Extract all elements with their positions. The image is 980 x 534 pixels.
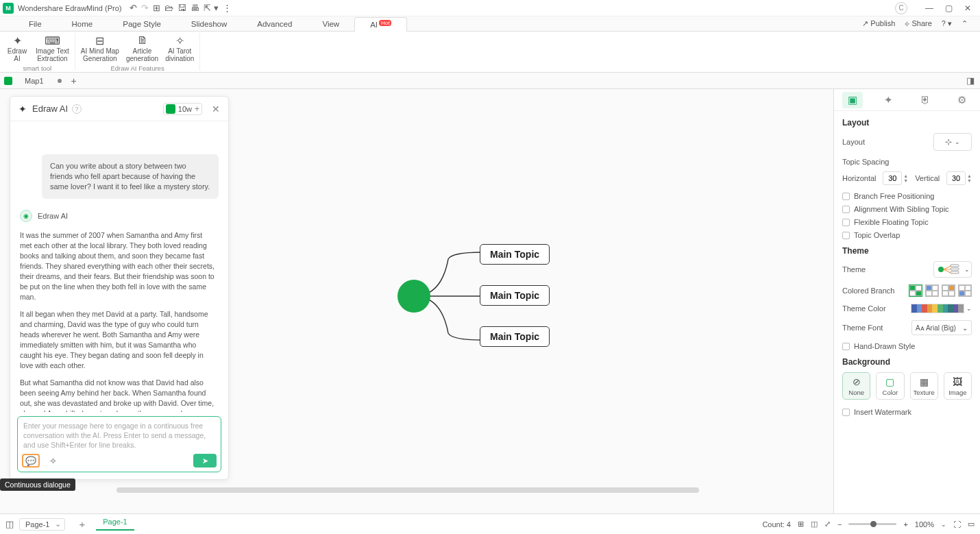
unsaved-dot-icon: [58, 79, 62, 83]
article-generation-button[interactable]: 🗎Articlegeneration: [123, 33, 161, 64]
export-icon[interactable]: ⇱ ▾: [204, 3, 219, 13]
format-sidebar: ▣ ✦ ⛨ ⚙ Layout Layout ⊹ ⌄ Topic Spacing …: [833, 89, 980, 513]
ribbon-group-smart-tool: ✦EdrawAI ⌨Image TextExtraction smart too…: [0, 33, 75, 71]
close-panel-button[interactable]: ✕: [212, 104, 220, 114]
flexible-floating-checkbox[interactable]: Flexible Floating Topic: [842, 218, 972, 226]
topic-overlap-checkbox[interactable]: Topic Overlap: [842, 231, 972, 239]
add-page-button[interactable]: +: [79, 518, 85, 530]
tarot-icon: ✧: [175, 34, 184, 47]
menu-slideshow[interactable]: Slideshow: [176, 16, 242, 31]
help-icon[interactable]: ?: [72, 104, 82, 114]
background-options: ⊘None ▢Color ▦Texture 🖼Image: [842, 372, 972, 400]
save-icon[interactable]: 🖫: [177, 3, 186, 13]
theme-label: Theme: [842, 265, 866, 274]
ai-paragraph: It all began when they met David at a pa…: [20, 309, 216, 371]
doc-icon: [4, 77, 12, 85]
colored-branch-options[interactable]: [909, 284, 972, 297]
main-topic-3[interactable]: Main Topic: [480, 326, 550, 347]
main-topic-1[interactable]: Main Topic: [480, 244, 550, 265]
page-selector[interactable]: Page-1: [19, 518, 65, 531]
outline-toggle-icon[interactable]: ◫: [5, 519, 14, 529]
continuous-dialogue-button[interactable]: 💬: [22, 454, 40, 468]
menu-home[interactable]: Home: [57, 16, 108, 31]
theme-select[interactable]: ⌄: [933, 261, 972, 278]
page-tab[interactable]: Page-1: [96, 518, 134, 531]
new-doc-button[interactable]: +: [71, 75, 77, 86]
undo-icon[interactable]: ↶: [130, 3, 137, 13]
doc-tab-map1[interactable]: Map1: [15, 77, 53, 85]
group-label: smart tool: [23, 64, 52, 72]
add-tokens-button[interactable]: +: [195, 104, 199, 114]
canvas[interactable]: Main Topic Main Topic Main Topic: [233, 89, 833, 513]
redo-icon[interactable]: ↷: [141, 3, 149, 13]
image-text-icon: ⌨: [45, 34, 60, 47]
theme-font-label: Theme Font: [842, 324, 883, 332]
tab-tag-icon[interactable]: ⛨: [915, 92, 935, 108]
bg-image-button[interactable]: 🖼Image: [944, 372, 972, 400]
layout-select[interactable]: ⊹ ⌄: [933, 133, 972, 151]
fit-page-icon[interactable]: ◫: [811, 520, 818, 529]
fit-width-icon[interactable]: ⤢: [824, 520, 831, 529]
share-button[interactable]: ⟡ Share: [905, 19, 931, 28]
hand-drawn-checkbox[interactable]: Hand-Drawn Style: [842, 342, 972, 350]
bg-color-button[interactable]: ▢Color: [876, 372, 904, 400]
publish-button[interactable]: ↗ Publish: [862, 19, 895, 28]
close-window-button[interactable]: ✕: [958, 3, 977, 13]
alignment-sibling-checkbox[interactable]: Alignment With Sibling Topic: [842, 205, 972, 213]
horizontal-spacing-input[interactable]: ▲▼: [883, 171, 908, 185]
quick-access-toolbar: ↶ ↷ ⊞ 🗁 🖫 🖶 ⇱ ▾ ⋮: [130, 3, 232, 13]
zoom-in-button[interactable]: +: [903, 520, 907, 529]
app-logo-icon: M: [3, 3, 14, 14]
bg-none-button[interactable]: ⊘None: [842, 372, 870, 400]
ai-panel-header: ✦ Edraw AI ? 10w + ✕: [10, 97, 228, 121]
branch-free-checkbox[interactable]: Branch Free Positioning: [842, 192, 972, 200]
user-avatar[interactable]: C: [895, 2, 907, 14]
new-icon[interactable]: ⊞: [153, 3, 160, 13]
count-label: Count: 4: [762, 520, 791, 529]
menu-ai[interactable]: AIHot: [354, 17, 407, 32]
open-icon[interactable]: 🗁: [164, 3, 173, 13]
image-text-extraction-button[interactable]: ⌨Image TextExtraction: [33, 33, 72, 64]
theme-color-label: Theme Color: [842, 304, 886, 313]
print-icon[interactable]: 🖶: [191, 3, 199, 13]
help-icon[interactable]: ? ▾: [942, 19, 952, 28]
user-message: Can you write about a story between two …: [42, 154, 219, 199]
zoom-dropdown-icon[interactable]: ⌄: [941, 521, 946, 528]
edraw-ai-icon: ✦: [13, 34, 22, 47]
ai-mindmap-button[interactable]: ⊟AI Mind MapGeneration: [78, 33, 122, 64]
collapse-ribbon-icon[interactable]: ⌃: [961, 19, 968, 28]
colored-branch-label: Colored Branch: [842, 287, 894, 295]
fullscreen-icon[interactable]: ⛶: [953, 520, 961, 529]
ai-chat-body[interactable]: Can you write about a story between two …: [10, 121, 228, 412]
tab-style-icon[interactable]: ✦: [879, 92, 899, 108]
theme-font-select[interactable]: Aᴀ Arial (Big)⌄: [911, 320, 972, 335]
menu-advanced[interactable]: Advanced: [242, 16, 307, 31]
minimize-button[interactable]: —: [920, 3, 939, 13]
maximize-button[interactable]: ▢: [939, 3, 958, 13]
ai-tarot-button[interactable]: ✧AI Tarotdivination: [162, 33, 197, 64]
background-section-title: Background: [842, 357, 972, 367]
menu-page-style[interactable]: Page Style: [108, 16, 176, 31]
menu-view[interactable]: View: [307, 16, 354, 31]
ai-setting-button[interactable]: ✧: [44, 454, 62, 468]
tab-layout-icon[interactable]: ▣: [842, 92, 863, 108]
vertical-spacing-input[interactable]: ▲▼: [946, 171, 972, 185]
menu-file[interactable]: File: [14, 16, 57, 31]
theme-color-select[interactable]: ⌄: [911, 304, 972, 313]
present-icon[interactable]: ▭: [968, 520, 975, 529]
zoom-slider[interactable]: [848, 523, 896, 525]
horizontal-scrollbar[interactable]: [117, 487, 699, 493]
qat-more-icon[interactable]: ⋮: [223, 3, 232, 13]
send-button[interactable]: ➤: [193, 454, 217, 468]
central-topic[interactable]: [397, 280, 430, 313]
insert-watermark-checkbox[interactable]: Insert Watermark: [842, 408, 972, 416]
zoom-out-button[interactable]: −: [837, 520, 842, 529]
ai-input-box[interactable]: Enter your message here to engage in a c…: [17, 416, 221, 472]
panel-toggle-icon[interactable]: ◨: [966, 75, 975, 86]
vertical-label: Vertical: [915, 174, 940, 182]
tab-settings-icon[interactable]: ⚙: [951, 92, 972, 108]
main-topic-2[interactable]: Main Topic: [480, 285, 550, 306]
bg-texture-button[interactable]: ▦Texture: [910, 372, 938, 400]
edraw-ai-button[interactable]: ✦EdrawAI: [3, 33, 32, 64]
grid-view-icon[interactable]: ⊞: [798, 520, 804, 529]
